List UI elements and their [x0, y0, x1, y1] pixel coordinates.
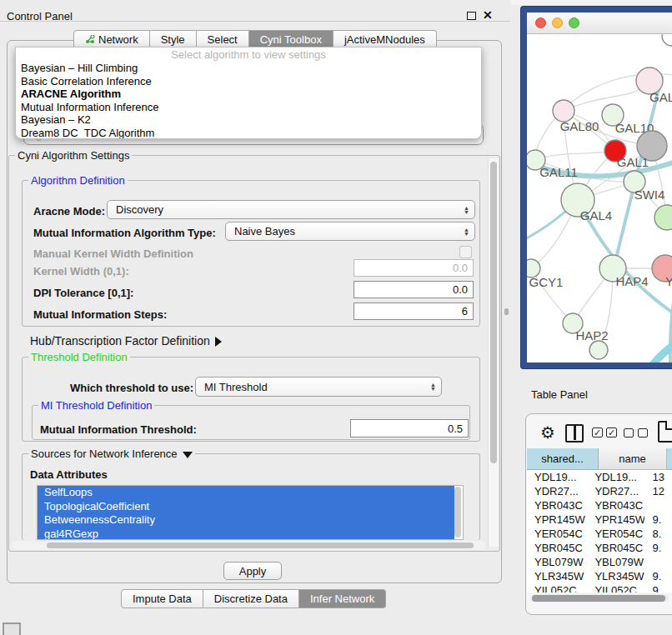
network-canvas[interactable]: GALGAL80GAL10GAL11GAL1GAL4SWI4GCY1HAP4YH… — [527, 34, 672, 362]
dropdown-item[interactable]: Dream8 DC_TDC Algorithm — [16, 127, 481, 140]
table-cell: YBR045C — [527, 541, 587, 555]
attributes-scrollbar-thumb[interactable] — [454, 487, 461, 538]
page-icon[interactable] — [658, 421, 672, 442]
table-row[interactable]: YIL052CYIL052C9 — [527, 583, 672, 592]
network-node[interactable] — [662, 34, 672, 46]
table-cell: YBR043C — [527, 498, 587, 512]
node-label: GAL80 — [560, 119, 599, 133]
table-header: shared... name A — [527, 448, 672, 470]
table-cell: 8. — [644, 527, 672, 541]
kernel-width-label: Kernel Width (0,1): — [33, 265, 129, 278]
node-label: SWI4 — [634, 188, 665, 202]
sources-title: Sources for Network Inference — [31, 448, 178, 460]
table-cell: YER054C — [587, 527, 644, 541]
column-header-a[interactable]: A — [667, 448, 672, 470]
apply-button[interactable]: Apply — [223, 562, 282, 580]
dropdown-item[interactable]: Bayesian – K2 — [16, 113, 481, 127]
hub-definition-expander[interactable]: Hub/Transcription Factor Definition — [30, 334, 222, 348]
gear-icon[interactable]: ⚙ — [540, 422, 555, 442]
network-view-window[interactable]: GALGAL80GAL10GAL11GAL1GAL4SWI4GCY1HAP4YH… — [521, 7, 672, 368]
panel-splitter-handle[interactable] — [504, 308, 509, 315]
table-hscrollbar-thumb[interactable] — [532, 595, 665, 602]
mi-threshold-field[interactable]: 0.5 — [350, 419, 469, 438]
table-row[interactable]: YBL079WYBL079W — [527, 555, 672, 569]
attribute-item[interactable]: gal4RGexp — [38, 528, 454, 541]
control-panel-titlebar: Control Panel ✕ — [0, 0, 510, 22]
table-cell — [644, 498, 672, 512]
dropdown-item[interactable]: ARACNE Algorithm — [16, 88, 481, 101]
dropdown-item[interactable]: Basic Correlation Inference — [16, 75, 481, 88]
which-threshold-select[interactable]: MI Threshold ▲▼ — [195, 377, 442, 397]
node-label: GAL4 — [580, 208, 612, 222]
tab-discretize-data[interactable]: Discretize Data — [203, 589, 299, 608]
data-attributes-list[interactable]: SelfLoopsTopologicalCoefficientBetweenne… — [37, 485, 464, 540]
table-cell: YDR27... — [587, 484, 644, 498]
attribute-item[interactable]: TopologicalCoefficient — [38, 500, 454, 514]
dropdown-item[interactable]: Bayesian – Hill Climbing — [16, 62, 481, 75]
checked-checkbox-icon[interactable]: ✓ — [606, 428, 617, 438]
split-columns-icon[interactable] — [565, 424, 584, 442]
table-cell: YLR345W — [527, 569, 587, 583]
network-graph: GALGAL80GAL10GAL11GAL1GAL4SWI4GCY1HAP4YH… — [527, 34, 672, 363]
mi-type-select[interactable]: Naive Bayes ▲▼ — [225, 222, 475, 241]
table-cell: YPR145W — [587, 512, 644, 527]
zoom-traffic-light[interactable] — [569, 18, 579, 28]
table-cell: YDL19... — [587, 470, 644, 484]
kernel-width-field[interactable]: 0.0 — [354, 259, 474, 277]
network-window-titlebar[interactable] — [527, 12, 672, 34]
checked-checkbox-icon[interactable]: ✓ — [592, 428, 603, 438]
algorithm-definition-title: Algorithm Definition — [28, 174, 128, 187]
minimize-traffic-light[interactable] — [552, 18, 563, 28]
dpi-tolerance-label: DPI Tolerance [0,1]: — [33, 287, 133, 299]
sources-expander[interactable]: Sources for Network Inference — [28, 448, 195, 460]
aracne-mode-select[interactable]: Discovery ▲▼ — [107, 200, 475, 219]
table-row[interactable]: YBR045CYBR045C9. — [527, 541, 672, 555]
node-label: GAL1 — [617, 155, 649, 169]
collapse-arrow-icon — [183, 452, 193, 458]
table-cell: 9 — [644, 583, 672, 592]
table-row[interactable]: YER054CYER054C8. — [527, 527, 672, 541]
table-cell: YBL079W — [587, 555, 644, 569]
table-cell — [644, 555, 672, 569]
table-row[interactable]: YBR043CYBR043C — [527, 498, 672, 512]
manual-kernel-checkbox[interactable] — [459, 246, 472, 258]
data-attributes-label: Data Attributes — [30, 468, 108, 481]
table-row[interactable]: YPR145WYPR145W9. — [527, 512, 672, 527]
dropdown-item[interactable]: Mutual Information Inference — [16, 101, 481, 114]
table-cell: YBL079W — [527, 555, 587, 569]
close-traffic-light[interactable] — [535, 18, 546, 28]
control-panel-title: Control Panel — [7, 10, 73, 22]
network-icon — [85, 32, 95, 41]
node-label: GCY1 — [529, 275, 564, 289]
table-row[interactable]: YDL19...YDL19...13 — [527, 470, 672, 484]
dpi-tolerance-field[interactable]: 0.0 — [354, 281, 474, 298]
tab-network-label: Network — [98, 33, 138, 46]
algorithm-dropdown-popup: Select algorithm to view settings Bayesi… — [15, 47, 482, 139]
network-node[interactable] — [589, 341, 608, 359]
table-row[interactable]: YLR345WYLR345W9. — [527, 569, 672, 583]
table-cell: 9. — [644, 541, 672, 555]
column-header-name[interactable]: name — [599, 448, 667, 470]
table-cell: 12 — [644, 484, 672, 498]
node-label: HAP2 — [575, 328, 608, 342]
tab-infer-network[interactable]: Infer Network — [299, 589, 386, 608]
dropdown-prompt: Select algorithm to view settings — [16, 48, 481, 62]
table-row[interactable]: YDR27...YDR27...12 — [527, 484, 672, 498]
attribute-item[interactable]: BetweennessCentrality — [38, 513, 454, 528]
unchecked-checkbox-icon[interactable] — [638, 428, 648, 438]
stepper-arrows-icon: ▲▼ — [430, 382, 436, 391]
mi-steps-field[interactable]: 6 — [354, 302, 474, 320]
threshold-definition-title: Threshold Definition — [28, 351, 130, 363]
settings-hscrollbar-thumb[interactable] — [47, 542, 474, 548]
close-icon[interactable]: ✕ — [483, 8, 493, 22]
settings-vscrollbar-thumb[interactable] — [490, 162, 497, 463]
column-header-shared[interactable]: shared... — [527, 448, 599, 470]
tab-impute-data[interactable]: Impute Data — [121, 589, 203, 608]
table-cell: YER054C — [527, 527, 587, 541]
attribute-item[interactable]: SelfLoops — [38, 486, 454, 500]
unchecked-checkbox-icon[interactable] — [624, 428, 634, 438]
network-node[interactable] — [654, 205, 672, 230]
float-window-icon[interactable] — [467, 12, 476, 20]
table-cell: 9. — [644, 569, 672, 583]
table-panel-title: Table Panel — [531, 388, 588, 401]
